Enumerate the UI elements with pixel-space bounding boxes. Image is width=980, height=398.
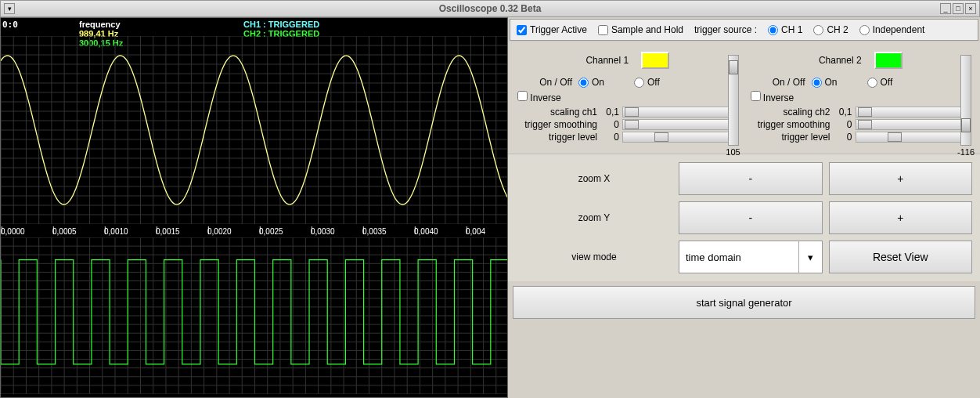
reset-view-button[interactable]: Reset View bbox=[829, 241, 973, 273]
time-tick: 0,0005 bbox=[52, 227, 104, 236]
ch1-scaling-slider[interactable] bbox=[622, 107, 738, 118]
ch1-smoothing-value: 0 bbox=[603, 119, 622, 130]
view-mode-select[interactable]: time domain ▾ bbox=[679, 241, 823, 273]
ch1-off-radio[interactable]: Off bbox=[634, 77, 660, 88]
zoom-y-label: zoom Y bbox=[516, 201, 672, 234]
ch1-inverse-checkbox[interactable]: Inverse bbox=[517, 91, 561, 103]
close-button[interactable]: × bbox=[965, 3, 976, 14]
ch2-color-swatch[interactable] bbox=[874, 52, 903, 69]
channel-2-panel: Channel 2 On / Off On Off Inverse scalin… bbox=[746, 47, 976, 149]
zoom-panel: zoom X - + zoom Y - + view mode time dom… bbox=[508, 154, 980, 281]
dropdown-arrow-icon: ▾ bbox=[798, 241, 822, 273]
sample-hold-checkbox[interactable]: Sample and Hold bbox=[598, 24, 683, 35]
scope-display: 0:0 frequency 989,41 Hz 3000,15 Hz CH1 :… bbox=[0, 17, 508, 398]
window-title: Oscilloscope 0.32 Beta bbox=[1, 3, 979, 14]
ch1-waveform-plot bbox=[1, 36, 508, 224]
time-tick: 0,0010 bbox=[104, 227, 156, 236]
trigger-bar: Trigger Active Sample and Hold trigger s… bbox=[510, 19, 978, 41]
ch1-onoff-label: On / Off bbox=[517, 77, 572, 88]
time-tick: 0,0040 bbox=[414, 227, 466, 236]
start-signal-generator-button[interactable]: start signal generator bbox=[513, 286, 975, 319]
trigger-source-independent-radio[interactable]: Independent bbox=[859, 24, 925, 35]
ch2-level-value: 0 bbox=[837, 132, 856, 143]
ch2-scaling-label: scaling ch2 bbox=[751, 107, 837, 118]
ch1-offset-slider[interactable] bbox=[728, 55, 739, 146]
time-tick: 0,0035 bbox=[362, 227, 414, 236]
ch1-scaling-label: scaling ch1 bbox=[517, 107, 603, 118]
ch2-offset-slider[interactable] bbox=[960, 55, 971, 146]
minimize-button[interactable]: _ bbox=[940, 3, 951, 14]
ch1-level-value: 0 bbox=[603, 132, 622, 143]
zoom-y-minus-button[interactable]: - bbox=[679, 201, 823, 234]
time-tick: 0,0030 bbox=[311, 227, 362, 236]
window-menu-icon[interactable]: ▾ bbox=[4, 3, 15, 14]
ch1-smoothing-label: trigger smoothing bbox=[517, 119, 603, 130]
ch1-level-slider[interactable] bbox=[622, 132, 738, 143]
trigger-active-checkbox[interactable]: Trigger Active bbox=[517, 24, 587, 35]
time-tick: 0,004 bbox=[466, 227, 508, 236]
maximize-button[interactable]: □ bbox=[953, 3, 964, 14]
ch2-scaling-slider[interactable] bbox=[856, 107, 971, 118]
trigger-source-label: trigger source : bbox=[694, 24, 757, 35]
view-mode-label: view mode bbox=[516, 241, 672, 273]
ch2-offset-value: -116 bbox=[957, 147, 975, 157]
cursor-coord: 0:0 bbox=[2, 20, 18, 30]
control-panel: Trigger Active Sample and Hold trigger s… bbox=[508, 17, 980, 398]
time-tick: 0,0015 bbox=[156, 227, 207, 236]
ch2-smoothing-label: trigger smoothing bbox=[751, 119, 837, 130]
ch2-level-label: trigger level bbox=[751, 132, 837, 143]
time-tick: 0,0025 bbox=[259, 227, 311, 236]
ch2-smoothing-slider[interactable] bbox=[856, 119, 971, 130]
ch1-smoothing-slider[interactable] bbox=[622, 119, 738, 130]
window-titlebar: ▾ Oscilloscope 0.32 Beta _ □ × bbox=[0, 0, 980, 17]
ch2-onoff-label: On / Off bbox=[751, 77, 805, 88]
ch2-level-slider[interactable] bbox=[856, 132, 971, 143]
channel-1-panel: Channel 1 On / Off On Off Inverse scalin… bbox=[513, 47, 743, 149]
view-mode-value: time domain bbox=[686, 251, 741, 263]
time-tick: 0,0020 bbox=[207, 227, 259, 236]
ch2-smoothing-value: 0 bbox=[837, 119, 856, 130]
ch1-title: Channel 1 bbox=[585, 55, 629, 66]
channel-panels: Channel 1 On / Off On Off Inverse scalin… bbox=[508, 42, 980, 154]
ch1-color-swatch[interactable] bbox=[641, 52, 669, 69]
ch2-on-radio[interactable]: On bbox=[812, 77, 838, 88]
ch1-offset-value: 105 bbox=[726, 147, 740, 157]
ch1-level-label: trigger level bbox=[517, 132, 603, 143]
ch2-inverse-checkbox[interactable]: Inverse bbox=[751, 91, 794, 103]
ch2-waveform-plot bbox=[1, 237, 508, 394]
zoom-x-plus-button[interactable]: + bbox=[829, 162, 973, 195]
ch2-scaling-value: 0,1 bbox=[837, 107, 856, 118]
zoom-x-label: zoom X bbox=[516, 162, 672, 195]
ch1-scaling-value: 0,1 bbox=[603, 107, 622, 118]
time-tick: 0,0000 bbox=[1, 227, 52, 236]
ch1-on-radio[interactable]: On bbox=[578, 77, 604, 88]
ch1-status: CH1 : TRIGGERED bbox=[243, 20, 319, 29]
zoom-x-minus-button[interactable]: - bbox=[679, 162, 823, 195]
zoom-y-plus-button[interactable]: + bbox=[829, 201, 973, 234]
trigger-source-ch2-radio[interactable]: CH 2 bbox=[813, 24, 848, 35]
time-axis: 0,00000,00050,00100,00150,00200,00250,00… bbox=[1, 226, 508, 238]
ch2-off-radio[interactable]: Off bbox=[867, 77, 893, 88]
frequency-label: frequency bbox=[79, 20, 123, 29]
ch2-title: Channel 2 bbox=[819, 55, 862, 66]
trigger-source-ch1-radio[interactable]: CH 1 bbox=[768, 24, 802, 35]
